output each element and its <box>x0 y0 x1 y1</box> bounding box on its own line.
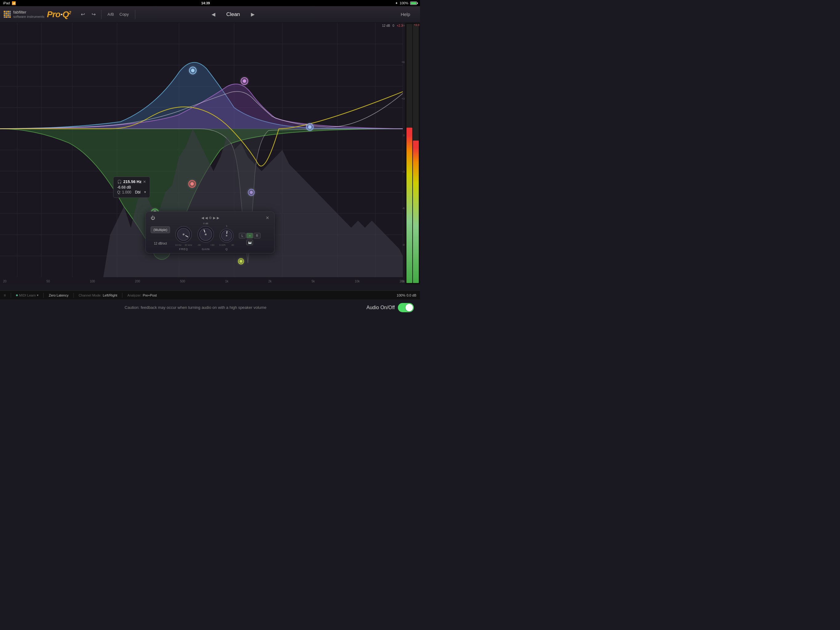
vu-clip-label: +2.3 <box>414 24 419 27</box>
toggle-knob <box>406 304 413 311</box>
band-popup: 🎧 215.56 Hz ✕ -6.68 dB Q: 1.000 Dbl ▾ <box>113 177 150 198</box>
freq-label-500: 500 <box>180 280 185 283</box>
channel-mode-value[interactable]: Left/Right <box>103 293 117 297</box>
left-channel-button[interactable]: L <box>239 233 246 238</box>
status-left: iPad 📶 <box>3 1 16 5</box>
freq-label-5k: 5k <box>311 280 315 283</box>
q-knob-group: 1 0.025 40 Q <box>219 225 234 251</box>
ab-button[interactable]: A/B <box>106 11 116 17</box>
freq-min: 10 Hz <box>175 244 182 246</box>
help-button[interactable]: Help <box>401 12 410 17</box>
midi-dropdown-arrow[interactable]: ▾ <box>37 293 38 297</box>
panel-power-button[interactable]: ⏻ <box>151 215 155 220</box>
ab-copy-area: A/B Copy <box>106 11 131 17</box>
status-right: ✦ 100% <box>395 1 417 5</box>
db-label-m6: -6 <box>395 207 405 210</box>
analyzer-value[interactable]: Pre+Post <box>143 293 157 297</box>
midi-dot <box>16 294 18 296</box>
panel-nav-prev-prev[interactable]: ◀ <box>201 216 204 220</box>
toolbar-separator-1 <box>101 10 101 19</box>
band-node-purple-center <box>243 79 246 83</box>
popup-dropdown[interactable]: ▾ <box>144 190 146 195</box>
db-clip-value: +2.3 <box>396 24 403 27</box>
warning-text: Caution: feedback may occur when turning… <box>25 305 366 310</box>
db-scale: +9 +6 +3 0 -3 -6 -9 -12 <box>395 23 405 284</box>
vu-fill-right <box>413 141 419 283</box>
midi-label[interactable]: MIDI Learn <box>19 293 36 297</box>
db-label-m3: -3 <box>395 170 405 173</box>
piano-button[interactable]: 🎹 <box>246 240 253 245</box>
popup-close-button[interactable]: ✕ <box>143 180 146 184</box>
vu-bar-right <box>413 24 419 283</box>
status-time: 14:39 <box>201 1 210 5</box>
device-label: iPad <box>3 1 10 5</box>
stereo-link-button[interactable]: ∞ <box>246 233 253 238</box>
q-max: 40 <box>231 244 234 246</box>
battery-percentage: 100% <box>400 1 408 5</box>
lr-top-row: L ∞ R <box>239 233 261 238</box>
logo-area: fabfilter software instruments Pro·Q2 <box>0 9 75 19</box>
panel-nav-prev[interactable]: ◀ <box>205 216 208 220</box>
channel-mode-label: Channel Mode: <box>79 293 102 297</box>
gain-knob[interactable] <box>197 226 214 243</box>
eq-area[interactable]: 12 dB 0 +2.3 <box>0 23 420 284</box>
vu-bar-left <box>406 24 412 283</box>
zoom-value: 100% <box>396 293 405 297</box>
popup-gain: -6.68 dB <box>117 185 131 190</box>
svg-point-32 <box>226 235 227 237</box>
latency-value: Zero Latency <box>49 293 68 297</box>
midi-item: MIDI Learn ▾ <box>16 293 38 297</box>
db-label-p6: +6 <box>395 60 405 64</box>
popup-header: 🎧 215.56 Hz ✕ <box>117 179 146 184</box>
preset-next-button[interactable]: ▶ <box>248 10 257 19</box>
gain-max: +30 <box>210 244 215 246</box>
svg-point-28 <box>205 233 207 235</box>
popup-q-row: Q: 1.000 Dbl ▾ <box>117 190 146 195</box>
popup-headphone-icon[interactable]: 🎧 <box>117 180 122 184</box>
freq-label-20: 20 <box>3 280 6 283</box>
gain-min: -30 <box>197 244 201 246</box>
redo-button[interactable]: ↪ <box>90 10 97 19</box>
lr-bottom-row: 🎹 <box>246 240 253 245</box>
gain-knob-group: 0 dB -30 +30 GAIN <box>197 222 214 251</box>
right-channel-button[interactable]: R <box>254 233 261 238</box>
filter-type-button[interactable]: (Multiple) <box>151 226 170 233</box>
db-range-label: 12 dB 0 +2.3 <box>382 24 403 27</box>
gain-knob-zero: 0 dB <box>203 222 208 225</box>
copy-button[interactable]: Copy <box>118 11 131 17</box>
preset-name: Clean <box>221 11 245 17</box>
vu-fill-left <box>406 128 412 283</box>
audio-toggle-switch[interactable] <box>398 303 414 312</box>
preset-prev-button[interactable]: ◀ <box>209 10 218 19</box>
filter-slope: 12 dB/oct <box>154 242 167 245</box>
bluetooth-icon: ✦ <box>395 1 398 5</box>
brand-text: fabfilter software instruments <box>13 10 44 19</box>
freq-label-50: 50 <box>46 280 50 283</box>
panel-close-button[interactable]: ✕ <box>266 215 269 220</box>
q-min: 0.025 <box>219 244 225 246</box>
gain-knob-label: GAIN <box>202 248 210 251</box>
panel-settings-icon[interactable]: ⚙ <box>209 216 212 220</box>
preset-area: ◀ Clean ▶ <box>209 10 257 19</box>
db-label-m9: -9 <box>395 243 405 246</box>
db-label-0: 0 <box>395 134 405 137</box>
proq-logo: Pro·Q2 <box>47 9 71 19</box>
audio-toggle-area: Audio On/Off <box>366 303 414 312</box>
popup-q: Q: 1.000 <box>117 190 131 195</box>
audio-on-off-label: Audio On/Off <box>366 305 395 310</box>
latency-item: Zero Latency <box>49 293 68 297</box>
freq-label-2k: 2k <box>268 280 272 283</box>
q-knob[interactable] <box>219 228 234 243</box>
bottom-bar: ≡ MIDI Learn ▾ Zero Latency Channel Mode… <box>0 290 420 300</box>
band-node-yellow-center <box>240 260 242 263</box>
bottom-sep-1 <box>11 293 11 298</box>
panel-nav-next-next[interactable]: ▶ <box>217 216 219 220</box>
freq-knob-group: 10 Hz 30 kHz FREQ <box>175 226 192 251</box>
eq-icon: ≡ <box>4 293 6 298</box>
popup-mode: Dbl <box>135 190 141 195</box>
db-zero-value: 0 <box>393 24 395 27</box>
db-label-p3: +3 <box>395 97 405 100</box>
panel-nav-next[interactable]: ▶ <box>213 216 216 220</box>
undo-button[interactable]: ↩ <box>80 10 86 19</box>
freq-knob[interactable] <box>175 226 192 243</box>
